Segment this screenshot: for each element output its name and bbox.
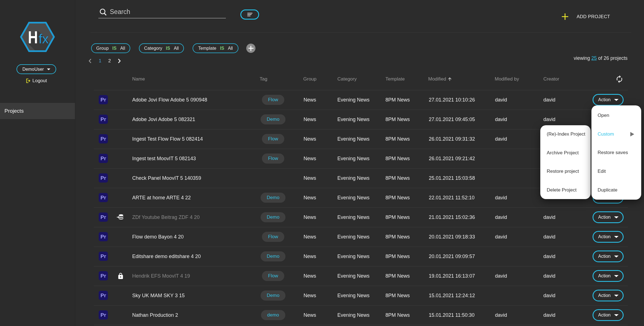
svg-text:fx: fx (39, 32, 49, 46)
svg-text:H: H (28, 27, 38, 47)
